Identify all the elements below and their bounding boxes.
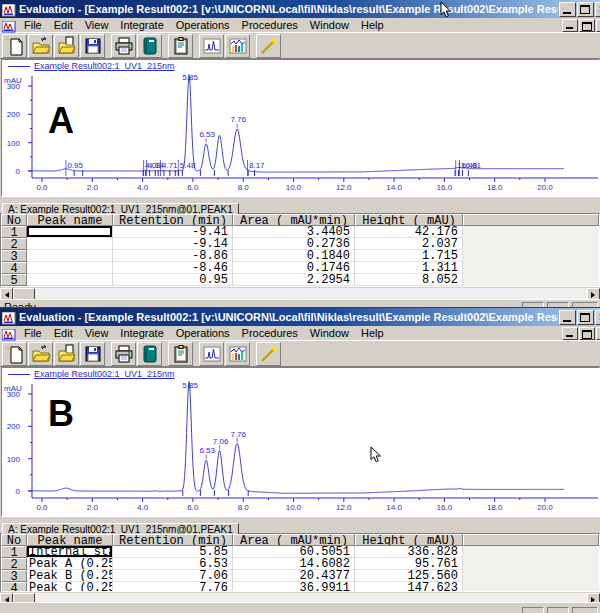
table-cell[interactable] — [27, 238, 113, 250]
table-cell[interactable]: Peak B (0.25 — [27, 570, 113, 582]
child-minimize-button[interactable] — [562, 327, 578, 340]
menu-help[interactable]: Help — [355, 327, 390, 340]
table-cell[interactable]: 5.85 — [113, 546, 233, 558]
table-cell[interactable]: 8.052 — [355, 274, 463, 286]
table-row[interactable]: 3Peak B (0.257.0620.4377125.560 — [1, 570, 599, 582]
print-button[interactable] — [111, 34, 136, 58]
wand-button[interactable] — [256, 34, 281, 58]
table-cell[interactable]: 1.311 — [355, 262, 463, 274]
titlebar[interactable]: Evaluation - [Example Result002:1 [v:\UN… — [0, 308, 600, 326]
table-row[interactable]: 4Peak C (0.257.7636.9911147.623 — [1, 582, 599, 591]
notebook-button[interactable] — [137, 342, 162, 366]
open-folder-button[interactable] — [28, 342, 53, 366]
table-cell[interactable]: 0.1746 — [233, 262, 355, 274]
table-row[interactable]: 2-9.140.27362.037 — [1, 238, 599, 250]
row-number-cell[interactable]: 3 — [1, 250, 27, 262]
menu-edit[interactable]: Edit — [48, 19, 79, 32]
table-row[interactable]: 2Peak A (0.256.5314.608295.761 — [1, 558, 599, 570]
menu-file[interactable]: File — [18, 327, 48, 340]
scroll-right-button[interactable] — [587, 288, 600, 299]
table-cell[interactable]: 60.5051 — [233, 546, 355, 558]
table-cell[interactable] — [27, 226, 113, 238]
child-restore-button[interactable] — [579, 327, 595, 340]
histogram-window-button[interactable] — [225, 34, 250, 58]
table-cell[interactable]: Internal standard — [27, 546, 113, 558]
new-document-button[interactable] — [2, 342, 27, 366]
child-restore-button[interactable] — [579, 19, 595, 32]
row-number-cell[interactable]: 2 — [1, 238, 27, 250]
new-document-button[interactable] — [2, 34, 27, 58]
table-row[interactable]: 50.952.29548.052 — [1, 274, 599, 286]
table-row[interactable]: 4-8.460.17461.311 — [1, 262, 599, 274]
chromatogram-plot[interactable]: BmAU01002003000.02.04.06.08.010.012.014.… — [2, 380, 598, 512]
menu-operations[interactable]: Operations — [170, 327, 236, 340]
table-cell[interactable]: 6.53 — [113, 558, 233, 570]
menu-procedures[interactable]: Procedures — [236, 327, 304, 340]
table-cell[interactable]: Peak A (0.25 — [27, 558, 113, 570]
table-cell[interactable]: 95.761 — [355, 558, 463, 570]
chart-area[interactable]: AmAU01002003000.02.04.06.08.010.012.014.… — [2, 72, 599, 192]
table-cell[interactable]: 1.715 — [355, 250, 463, 262]
table-cell[interactable]: 2.2954 — [233, 274, 355, 286]
table-cell[interactable]: 42.176 — [355, 226, 463, 238]
scroll-left-button[interactable] — [0, 593, 13, 602]
menu-window[interactable]: Window — [304, 327, 355, 340]
table-cell[interactable]: 14.6082 — [233, 558, 355, 570]
table-cell[interactable]: 7.06 — [113, 570, 233, 582]
save-button[interactable] — [80, 34, 105, 58]
child-close-button[interactable] — [596, 19, 600, 32]
chart-area[interactable]: BmAU01002003000.02.04.06.08.010.012.014.… — [2, 380, 599, 512]
close-button[interactable] — [595, 310, 600, 325]
menu-edit[interactable]: Edit — [48, 327, 79, 340]
row-number-cell[interactable]: 2 — [1, 558, 27, 570]
menu-operations[interactable]: Operations — [170, 19, 236, 32]
maximize-button[interactable] — [577, 2, 594, 17]
wand-button[interactable] — [256, 342, 281, 366]
table-cell[interactable]: Peak C (0.25 — [27, 582, 113, 591]
row-number-cell[interactable]: 5 — [1, 274, 27, 286]
notebook-button[interactable] — [137, 34, 162, 58]
row-number-cell[interactable]: 4 — [1, 582, 27, 591]
chromatogram-plot[interactable]: AmAU01002003000.02.04.06.08.010.012.014.… — [2, 72, 598, 192]
scrollbar-thumb[interactable] — [13, 593, 35, 602]
table-cell[interactable]: -9.14 — [113, 238, 233, 250]
minimize-button[interactable] — [559, 2, 576, 17]
save-button[interactable] — [80, 342, 105, 366]
table-cell[interactable]: 20.4377 — [233, 570, 355, 582]
histogram-window-button[interactable] — [225, 342, 250, 366]
row-number-cell[interactable]: 1 — [1, 226, 27, 238]
table-cell[interactable]: 0.95 — [113, 274, 233, 286]
chromatogram-window-button[interactable] — [199, 34, 224, 58]
scrollbar-track[interactable] — [35, 288, 587, 299]
menu-procedures[interactable]: Procedures — [236, 19, 304, 32]
child-minimize-button[interactable] — [562, 19, 578, 32]
print-button[interactable] — [111, 342, 136, 366]
minimize-button[interactable] — [559, 310, 576, 325]
table-cell[interactable]: -8.86 — [113, 250, 233, 262]
scrollbar-thumb[interactable] — [13, 288, 35, 299]
menu-integrate[interactable]: Integrate — [114, 19, 169, 32]
table-cell[interactable]: 125.560 — [355, 570, 463, 582]
chromatogram-window-button[interactable] — [199, 342, 224, 366]
scroll-right-button[interactable] — [587, 593, 600, 602]
table-cell[interactable]: 3.4405 — [233, 226, 355, 238]
table-cell[interactable]: 36.9911 — [233, 582, 355, 591]
open-result-button[interactable] — [54, 34, 79, 58]
close-button[interactable] — [595, 2, 600, 17]
row-number-cell[interactable]: 3 — [1, 570, 27, 582]
menu-help[interactable]: Help — [355, 19, 390, 32]
horizontal-scrollbar[interactable] — [0, 592, 600, 602]
open-result-button[interactable] — [54, 342, 79, 366]
row-number-cell[interactable]: 1 — [1, 546, 27, 558]
table-cell[interactable] — [27, 250, 113, 262]
table-cell[interactable] — [27, 274, 113, 286]
table-cell[interactable]: 336.828 — [355, 546, 463, 558]
table-cell[interactable]: 7.76 — [113, 582, 233, 591]
table-cell[interactable]: 2.037 — [355, 238, 463, 250]
menu-view[interactable]: View — [79, 19, 115, 32]
report-button[interactable] — [168, 342, 193, 366]
maximize-button[interactable] — [577, 310, 594, 325]
child-close-button[interactable] — [596, 327, 600, 340]
table-cell[interactable]: -8.46 — [113, 262, 233, 274]
table-cell[interactable]: 147.623 — [355, 582, 463, 591]
